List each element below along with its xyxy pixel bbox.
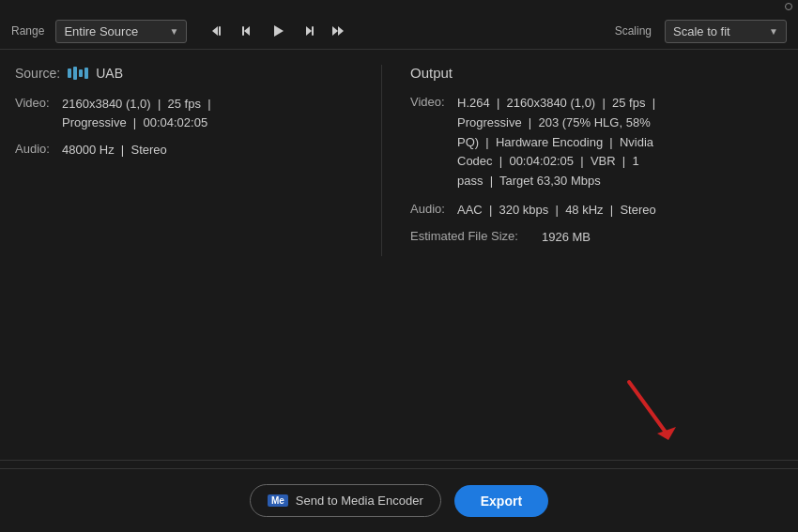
footer: Me Send to Media Encoder Export (0, 468, 798, 532)
estimated-file-size-label: Estimated File Size: (410, 228, 542, 243)
step-forward-button[interactable] (294, 19, 322, 43)
range-dropdown[interactable]: Entire Source ▼ (55, 20, 187, 43)
main-content: Source: UAB Video: 2160x3840 (1,0) | 25 … (0, 50, 798, 256)
send-to-media-encoder-label: Send to Media Encoder (296, 494, 423, 508)
drag-handle-dot (785, 3, 792, 10)
scaling-dropdown-value: Scale to fit (673, 24, 730, 38)
svg-line-9 (629, 382, 667, 433)
svg-marker-7 (332, 26, 338, 36)
drag-handle (0, 0, 798, 13)
source-header: Source: UAB (15, 65, 353, 82)
range-dropdown-value: Entire Source (64, 24, 138, 38)
output-header: Output (410, 65, 783, 81)
rewind-button[interactable] (204, 19, 232, 43)
svg-marker-4 (274, 25, 284, 37)
source-panel: Source: UAB Video: 2160x3840 (1,0) | 25 … (15, 65, 372, 256)
playback-controls (204, 19, 352, 43)
send-to-media-encoder-button[interactable]: Me Send to Media Encoder (250, 484, 441, 517)
output-video-value: H.264 | 2160x3840 (1,0) | 25 fps | Progr… (457, 94, 655, 191)
footer-separator (0, 460, 798, 461)
me-badge: Me (268, 494, 288, 507)
source-video-label: Video: (15, 95, 62, 110)
arrow-svg (610, 372, 685, 448)
svg-rect-6 (312, 26, 314, 36)
output-audio-value: AAC | 320 kbps | 48 kHz | Stereo (457, 201, 656, 220)
output-panel: Output Video: H.264 | 2160x3840 (1,0) | … (391, 65, 783, 256)
svg-marker-0 (212, 26, 218, 36)
source-name: UAB (96, 66, 123, 81)
fast-forward-button[interactable] (324, 19, 352, 43)
range-dropdown-arrow: ▼ (169, 26, 178, 37)
output-audio-label: Audio: (410, 201, 457, 216)
panel-divider (381, 65, 382, 256)
output-video-label: Video: (410, 94, 457, 109)
output-video-row: Video: H.264 | 2160x3840 (1,0) | 25 fps … (410, 94, 783, 191)
range-label: Range (11, 24, 44, 38)
arrow-indicator (610, 372, 685, 448)
source-video-row: Video: 2160x3840 (1,0) | 25 fps |Progres… (15, 95, 353, 131)
svg-marker-8 (338, 26, 344, 36)
step-back-button[interactable] (234, 19, 262, 43)
estimated-file-size-value: 1926 MB (542, 228, 591, 247)
svg-rect-1 (219, 26, 221, 36)
svg-marker-5 (306, 26, 312, 36)
source-icon (68, 65, 88, 82)
scaling-label: Scaling (615, 24, 652, 38)
estimated-file-size-row: Estimated File Size: 1926 MB (410, 228, 783, 247)
svg-marker-2 (244, 26, 250, 36)
svg-marker-10 (657, 427, 676, 440)
source-audio-row: Audio: 48000 Hz | Stereo (15, 141, 353, 160)
scaling-dropdown[interactable]: Scale to fit ▼ (665, 20, 787, 43)
scaling-dropdown-arrow: ▼ (769, 26, 778, 37)
source-audio-label: Audio: (15, 141, 62, 156)
controls-row: Range Entire Source ▼ (0, 13, 798, 50)
source-label: Source: (15, 66, 60, 81)
source-video-value: 2160x3840 (1,0) | 25 fps |Progressive | … (62, 95, 211, 131)
play-button[interactable] (264, 19, 292, 43)
svg-rect-3 (242, 26, 244, 36)
source-audio-value: 48000 Hz | Stereo (62, 141, 167, 160)
output-audio-row: Audio: AAC | 320 kbps | 48 kHz | Stereo (410, 201, 783, 220)
export-button[interactable]: Export (454, 485, 548, 517)
